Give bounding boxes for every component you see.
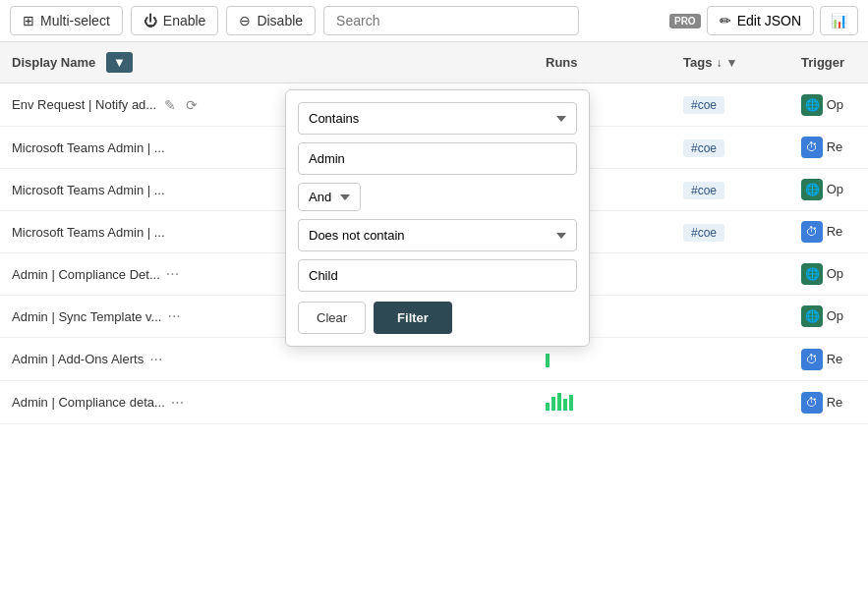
tags-cell: #coe	[671, 83, 789, 127]
edit-json-icon: ✏	[720, 13, 731, 28]
trigger-type-icon: 🌐	[801, 305, 823, 327]
excel-icon: 📊	[831, 13, 847, 28]
row-dots-menu[interactable]: ···	[149, 351, 162, 368]
pro-badge: PRO	[669, 14, 701, 28]
enable-label: Enable	[163, 13, 206, 28]
row-display-name: Admin | Sync Template v...	[12, 309, 161, 324]
trigger-cell: 🌐 Op	[789, 296, 868, 338]
col-tags: Tags ↓ ▼	[671, 42, 789, 83]
excel-export-button[interactable]: 📊	[820, 6, 858, 35]
tags-filter-icon[interactable]: ▼	[725, 56, 737, 70]
tags-cell: #coe	[671, 211, 789, 253]
clear-filter-button[interactable]: Clear	[298, 302, 366, 334]
filter-popup: Contains Does not contain Equals Starts …	[285, 89, 590, 347]
filter-value2-input[interactable]	[298, 259, 577, 292]
trigger-type-icon: 🌐	[801, 179, 823, 200]
trigger-cell: 🌐 Op	[789, 83, 868, 127]
condition1-select[interactable]: Contains Does not contain Equals Starts …	[298, 102, 577, 135]
tag-badge: #coe	[683, 96, 724, 114]
edit-json-button[interactable]: ✏ Edit JSON	[707, 6, 814, 35]
row-display-name: Admin | Compliance deta...	[12, 395, 165, 410]
trigger-cell: 🌐 Op	[789, 253, 868, 296]
trigger-type-icon: ⏱	[801, 349, 823, 370]
trigger-type-icon: ⏱	[801, 392, 823, 414]
toolbar: ⊞ Multi-select ⏻ Enable ⊖ Disable PRO ✏ …	[0, 0, 868, 42]
tag-badge: #coe	[683, 224, 724, 242]
tags-cell	[671, 381, 789, 424]
row-display-name: Microsoft Teams Admin | ...	[12, 140, 165, 155]
trigger-label: Re	[827, 352, 843, 366]
disable-label: Disable	[257, 13, 303, 28]
enable-icon: ⏻	[144, 13, 157, 28]
trigger-label: Op	[827, 266, 843, 281]
tags-cell	[671, 296, 789, 338]
display-name-filter-icon[interactable]: ▼	[106, 52, 133, 73]
row-display-name: Admin | Compliance Det...	[12, 267, 160, 282]
more-actions-icon[interactable]: ⟳	[184, 97, 200, 113]
trigger-type-icon: 🌐	[801, 94, 823, 116]
edit-json-label: Edit JSON	[737, 13, 801, 28]
trigger-cell: ⏱ Re	[789, 211, 868, 253]
trigger-cell: 🌐 Op	[789, 169, 868, 211]
multiselect-icon: ⊞	[23, 13, 34, 28]
condition2-select[interactable]: Contains Does not contain Equals Starts …	[298, 219, 577, 251]
multiselect-label: Multi-select	[40, 13, 110, 28]
trigger-cell: ⏱ Re	[789, 338, 868, 381]
logical-operator-select[interactable]: And Or	[298, 183, 361, 211]
col-runs: Runs	[534, 42, 671, 83]
enable-button[interactable]: ⏻ Enable	[131, 6, 219, 35]
multiselect-button[interactable]: ⊞ Multi-select	[10, 6, 123, 35]
tags-cell: #coe	[671, 169, 789, 211]
trigger-type-icon: 🌐	[801, 263, 823, 285]
edit-icon[interactable]: ✎	[162, 97, 178, 113]
trigger-label: Re	[827, 224, 843, 239]
tags-cell: #coe	[671, 127, 789, 169]
search-input[interactable]	[323, 6, 579, 35]
tags-cell	[671, 338, 789, 381]
col-display-name: Display Name ▼	[0, 42, 534, 83]
trigger-cell: ⏱ Re	[789, 127, 868, 169]
tag-badge: #coe	[683, 139, 724, 157]
trigger-label: Op	[827, 97, 843, 112]
runs-cell	[534, 381, 671, 424]
trigger-label: Re	[827, 139, 843, 154]
trigger-label: Op	[827, 308, 843, 323]
trigger-type-icon: ⏱	[801, 221, 823, 243]
tag-badge: #coe	[683, 182, 724, 199]
tags-cell	[671, 253, 789, 296]
trigger-label: Re	[827, 395, 843, 410]
table-header-row: Display Name ▼ Runs Tags ↓ ▼ Trigger	[0, 42, 868, 83]
trigger-label: Op	[827, 182, 843, 196]
table-row: Admin | Compliance deta... ··· ⏱ Re	[0, 381, 868, 424]
row-display-name: Microsoft Teams Admin | ...	[12, 225, 165, 240]
row-dots-menu[interactable]: ···	[167, 307, 180, 325]
tags-sort-icon: ↓	[716, 56, 722, 70]
row-dots-menu[interactable]: ···	[166, 265, 179, 283]
row-dots-menu[interactable]: ···	[171, 394, 184, 412]
trigger-type-icon: ⏱	[801, 137, 823, 158]
apply-filter-button[interactable]: Filter	[374, 302, 452, 334]
row-display-name: Admin | Add-Ons Alerts	[12, 352, 144, 366]
trigger-cell: ⏱ Re	[789, 381, 868, 424]
row-display-name: Microsoft Teams Admin | ...	[12, 183, 165, 197]
disable-button[interactable]: ⊖ Disable	[226, 6, 316, 35]
col-trigger: Trigger	[789, 42, 868, 83]
table-container: Display Name ▼ Runs Tags ↓ ▼ Trigger	[0, 42, 868, 424]
disable-icon: ⊖	[239, 13, 251, 28]
display-name-cell: Admin | Compliance deta... ···	[0, 381, 534, 424]
filter-value1-input[interactable]	[298, 142, 577, 175]
row-display-name: Env Request | Notify ad...	[12, 97, 156, 112]
